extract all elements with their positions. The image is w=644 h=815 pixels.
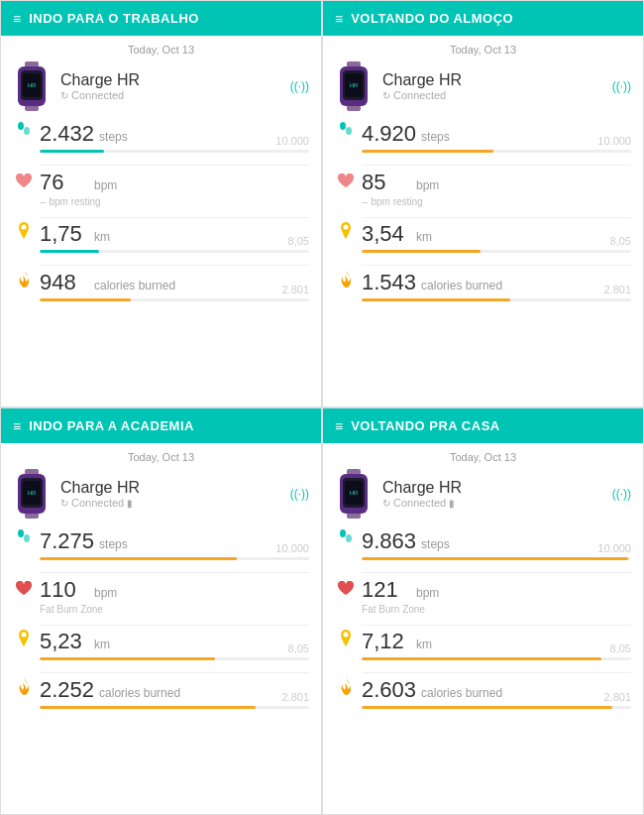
hamburger-icon[interactable]: ≡: [13, 12, 21, 26]
distance-unit: km: [416, 230, 605, 244]
heart-icon: [13, 581, 35, 601]
heart-main: 121 bpm: [335, 577, 631, 603]
distance-stat: 3,54 km 8,05: [335, 221, 631, 255]
heart-value: 110: [40, 577, 89, 603]
calories-goal: 2.801: [281, 691, 309, 703]
divider-3: [362, 672, 631, 673]
distance-progress-bar: [362, 657, 601, 660]
heart-value: 121: [362, 577, 411, 603]
device-info: Charge HR ↻ Connected ▮: [60, 479, 280, 509]
divider-1: [362, 165, 631, 166]
distance-main: 3,54 km 8,05: [335, 221, 631, 247]
steps-value: 7.275: [40, 528, 94, 554]
distance-progress-container: [362, 250, 631, 253]
svg-point-17: [344, 225, 349, 230]
location-icon: [13, 629, 35, 652]
svg-point-8: [22, 225, 27, 230]
sync-icon: ↻: [382, 498, 390, 509]
device-name: Charge HR: [382, 479, 602, 497]
steps-progress-container: [362, 557, 631, 560]
divider-1: [362, 572, 631, 573]
heart-main: 110 bpm: [13, 577, 309, 603]
steps-stat: 7.275 steps 10.000: [13, 528, 309, 562]
steps-progress-bar: [40, 557, 237, 560]
calories-progress-container: [40, 706, 309, 709]
panel-title: VOLTANDO DO ALMOÇO: [351, 11, 513, 26]
device-row: HR Charge HR ↻ Connected ▮ ((·)): [13, 469, 309, 519]
hamburger-icon[interactable]: ≡: [335, 12, 343, 26]
calories-unit: calories burned: [421, 279, 598, 292]
distance-value: 5,23: [40, 629, 89, 654]
divider-3: [362, 265, 631, 266]
wifi-icon: ((·)): [290, 487, 309, 501]
steps-progress-container: [40, 150, 309, 153]
hamburger-icon[interactable]: ≡: [335, 419, 343, 433]
calories-stat: 1.543 calories burned 2.801: [335, 270, 631, 303]
divider-3: [40, 672, 309, 673]
calories-progress-container: [362, 298, 631, 301]
location-icon: [335, 221, 357, 245]
calories-progress-bar: [362, 706, 612, 709]
steps-progress-bar: [362, 557, 628, 560]
svg-point-34: [346, 534, 352, 542]
svg-point-25: [24, 534, 30, 542]
calories-stat: 948 calories burned 2.801: [13, 270, 309, 303]
steps-progress-bar: [40, 150, 104, 153]
distance-stat: 5,23 km 8,05: [13, 629, 309, 662]
battery-icon: ▮: [449, 498, 455, 509]
distance-main: 5,23 km 8,05: [13, 629, 309, 654]
device-name: Charge HR: [60, 71, 280, 89]
steps-unit: steps: [421, 130, 592, 144]
panel-body: Today, Oct 13 HR Charge HR ↻ Connected (…: [323, 36, 643, 407]
heart-stat: 76 bpm -- bpm resting: [13, 170, 309, 207]
hamburger-icon[interactable]: ≡: [13, 419, 21, 433]
calories-progress-bar: [40, 706, 256, 709]
heart-sub: Fat Burn Zone: [40, 604, 309, 615]
divider-1: [40, 572, 309, 573]
steps-progress-bar: [362, 150, 493, 153]
device-row: HR Charge HR ↻ Connected ▮ ((·)): [335, 469, 631, 519]
steps-value: 4.920: [362, 121, 416, 147]
svg-point-35: [344, 633, 349, 638]
panel-voltando-casa: ≡ VOLTANDO PRA CASA Today, Oct 13 HR Cha…: [322, 408, 644, 815]
calories-main: 948 calories burned 2.801: [13, 270, 309, 295]
steps-unit: steps: [99, 130, 270, 144]
distance-value: 3,54: [362, 221, 411, 247]
divider-1: [40, 165, 309, 166]
distance-progress-bar: [362, 250, 481, 253]
steps-goal: 10.000: [275, 135, 309, 147]
location-icon: [335, 629, 357, 652]
steps-value: 2.432: [40, 121, 94, 147]
calories-stat: 2.252 calories burned 2.801: [13, 677, 309, 711]
svg-text:HR: HR: [28, 82, 37, 88]
device-image: HR: [335, 469, 373, 519]
device-info: Charge HR ↻ Connected: [60, 71, 280, 101]
distance-unit: km: [94, 230, 283, 244]
distance-goal: 8,05: [288, 235, 309, 247]
fire-icon: [13, 270, 35, 293]
calories-progress-bar: [362, 298, 510, 301]
calories-goal: 2.801: [603, 691, 631, 703]
calories-goal: 2.801: [281, 284, 309, 295]
wifi-icon: ((·)): [612, 487, 631, 501]
steps-icon: [335, 121, 357, 145]
sync-icon: ↻: [60, 498, 68, 509]
heart-stat: 121 bpm Fat Burn Zone: [335, 577, 631, 615]
dashboard-grid: ≡ INDO PARA O TRABALHO Today, Oct 13 HR …: [0, 0, 644, 815]
steps-main: 7.275 steps 10.000: [13, 528, 309, 554]
status-text: Connected: [393, 89, 446, 101]
svg-point-24: [18, 529, 24, 537]
distance-progress-container: [40, 250, 309, 253]
sync-icon: ↻: [60, 90, 68, 101]
device-status: ↻ Connected: [60, 89, 280, 101]
panel-header: ≡ INDO PARA O TRABALHO: [1, 1, 321, 36]
heart-unit: bpm: [94, 586, 309, 600]
svg-point-7: [24, 127, 30, 135]
distance-unit: km: [94, 638, 283, 651]
heart-main: 76 bpm: [13, 170, 309, 195]
distance-unit: km: [416, 638, 605, 651]
steps-unit: steps: [421, 537, 592, 551]
device-info: Charge HR ↻ Connected ▮: [382, 479, 602, 509]
heart-unit: bpm: [416, 178, 631, 192]
distance-progress-bar: [40, 250, 99, 253]
